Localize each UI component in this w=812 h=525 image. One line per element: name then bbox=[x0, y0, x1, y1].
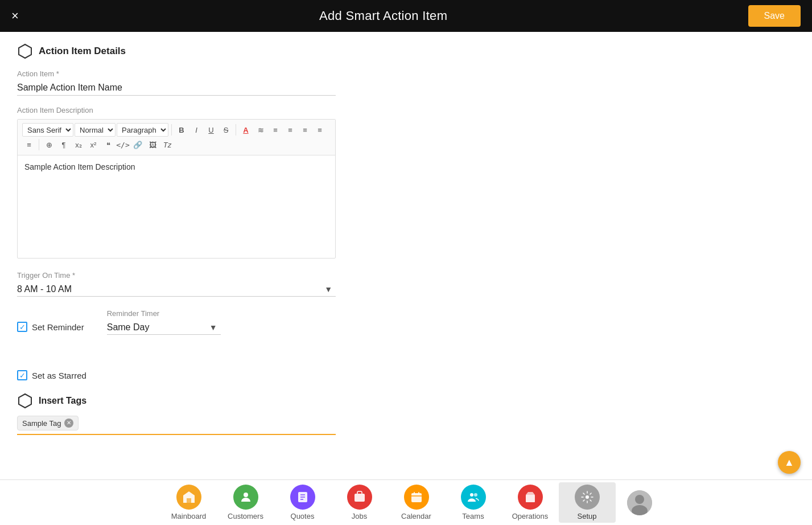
trigger-select-wrapper: 8 AM - 10 AM 10 AM - 12 PM 12 PM - 2 PM … bbox=[17, 282, 336, 297]
blockquote-button[interactable]: ❝ bbox=[101, 138, 115, 151]
section-title: Action Item Details bbox=[39, 46, 126, 57]
align-right-button[interactable]: ≡ bbox=[298, 123, 312, 137]
bottom-nav: Mainboard Customers Quotes Jobs Calendar… bbox=[0, 479, 812, 525]
set-reminder-label[interactable]: ✓ Set Reminder bbox=[17, 322, 84, 332]
svg-marker-0 bbox=[19, 44, 31, 58]
customers-label: Customers bbox=[228, 512, 263, 520]
trigger-label: Trigger On Time * bbox=[17, 271, 795, 280]
font-color-button[interactable]: A bbox=[239, 123, 253, 137]
svg-point-15 bbox=[474, 493, 477, 497]
svg-point-4 bbox=[244, 493, 248, 497]
svg-point-17 bbox=[586, 495, 589, 499]
header: × Add Smart Action Item Save bbox=[0, 0, 812, 32]
customers-icon bbox=[233, 485, 258, 510]
reminder-timer-select[interactable]: Same Day 1 Day Before 2 Days Before bbox=[107, 320, 221, 335]
insert-tags-header: Insert Tags bbox=[17, 393, 795, 409]
nav-item-mainboard[interactable]: Mainboard bbox=[160, 482, 217, 523]
strikethrough-button[interactable]: S bbox=[219, 123, 233, 137]
section-icon bbox=[17, 43, 33, 59]
set-starred-checkbox[interactable]: ✓ bbox=[17, 370, 27, 380]
reminder-timer-label: Reminder Timer bbox=[107, 309, 221, 318]
paragraph-mark-button[interactable]: ¶ bbox=[57, 138, 71, 151]
svg-rect-9 bbox=[355, 494, 365, 502]
align-center-button[interactable]: ≡ bbox=[283, 123, 297, 137]
nav-item-setup[interactable]: Setup bbox=[559, 482, 616, 523]
font-family-select[interactable]: Sans Serif bbox=[22, 123, 73, 137]
calendar-icon bbox=[404, 485, 429, 510]
section-header: Action Item Details bbox=[17, 43, 795, 59]
tag-remove-button[interactable]: ✕ bbox=[64, 419, 73, 428]
align-justify-button[interactable]: ≡ bbox=[313, 123, 327, 137]
nav-item-teams[interactable]: Teams bbox=[445, 482, 502, 523]
jobs-icon bbox=[347, 485, 372, 510]
highlight-button[interactable]: ≋ bbox=[254, 123, 267, 137]
save-button[interactable]: Save bbox=[748, 5, 801, 27]
operations-label: Operations bbox=[512, 512, 549, 520]
action-item-field-section: Action Item * bbox=[17, 69, 795, 96]
quotes-label: Quotes bbox=[291, 512, 315, 520]
italic-button[interactable]: I bbox=[189, 123, 203, 137]
subscript-button[interactable]: x₂ bbox=[72, 138, 85, 151]
scroll-up-button[interactable]: ▲ bbox=[778, 451, 801, 474]
action-item-input[interactable] bbox=[17, 80, 336, 96]
svg-rect-16 bbox=[526, 495, 535, 502]
bold-button[interactable]: B bbox=[175, 123, 188, 137]
insert-tags-label: Insert Tags bbox=[39, 396, 86, 406]
clear-format-button[interactable]: Tz bbox=[160, 138, 174, 151]
align-left-button[interactable]: ≡ bbox=[269, 123, 282, 137]
reminder-timer-wrapper: Same Day 1 Day Before 2 Days Before ▼ bbox=[107, 320, 221, 335]
align-full-button[interactable]: ≡ bbox=[22, 138, 36, 151]
reminder-row: ✓ Set Reminder Reminder Timer Same Day 1… bbox=[17, 309, 795, 347]
description-label: Action Item Description bbox=[17, 106, 795, 114]
set-starred-label[interactable]: ✓ Set as Starred bbox=[17, 370, 86, 380]
underline-button[interactable]: U bbox=[204, 123, 218, 137]
reminder-timer-section: Reminder Timer Same Day 1 Day Before 2 D… bbox=[107, 309, 221, 347]
starred-row: ✓ Set as Starred bbox=[17, 358, 795, 380]
nav-item-quotes[interactable]: Quotes bbox=[274, 482, 331, 523]
svg-rect-3 bbox=[187, 498, 191, 503]
insert-button[interactable]: ⊕ bbox=[42, 138, 56, 151]
toolbar-separator-3 bbox=[39, 139, 39, 150]
trigger-field-section: Trigger On Time * 8 AM - 10 AM 10 AM - 1… bbox=[17, 271, 795, 297]
quotes-icon bbox=[290, 485, 315, 510]
action-item-label: Action Item * bbox=[17, 69, 795, 78]
mainboard-icon bbox=[176, 485, 201, 510]
starred-check-icon: ✓ bbox=[19, 372, 26, 379]
tags-input-area[interactable]: Sample Tag ✕ bbox=[17, 416, 336, 435]
operations-icon bbox=[518, 485, 543, 510]
toolbar-separator-2 bbox=[236, 124, 236, 136]
main-content: Action Item Details Action Item * Action… bbox=[0, 32, 812, 479]
check-icon: ✓ bbox=[19, 323, 26, 331]
superscript-button[interactable]: x² bbox=[86, 138, 100, 151]
toolbar-separator-1 bbox=[171, 124, 172, 136]
nav-item-calendar[interactable]: Calendar bbox=[388, 482, 445, 523]
tag-chip: Sample Tag ✕ bbox=[17, 416, 79, 430]
svg-marker-1 bbox=[19, 394, 31, 408]
setup-icon bbox=[575, 485, 600, 510]
font-size-select[interactable]: Normal bbox=[75, 123, 116, 137]
close-button[interactable]: × bbox=[11, 10, 19, 22]
teams-icon bbox=[461, 485, 486, 510]
nav-item-jobs[interactable]: Jobs bbox=[331, 482, 388, 523]
rte-content-area[interactable]: Sample Action Item Description bbox=[18, 155, 335, 258]
set-reminder-checkbox[interactable]: ✓ bbox=[17, 322, 27, 332]
insert-tags-section: Insert Tags Sample Tag ✕ bbox=[17, 393, 795, 435]
rte-toolbar: Sans Serif Normal Paragraph B I U S A ≋ … bbox=[18, 120, 335, 155]
paragraph-select[interactable]: Paragraph bbox=[117, 123, 168, 137]
tag-value: Sample Tag bbox=[22, 419, 61, 428]
svg-point-19 bbox=[635, 495, 644, 504]
svg-point-14 bbox=[470, 493, 473, 497]
jobs-label: Jobs bbox=[352, 512, 367, 520]
page-title: Add Smart Action Item bbox=[319, 9, 447, 23]
link-button[interactable]: 🔗 bbox=[131, 138, 145, 151]
setup-label: Setup bbox=[578, 512, 597, 520]
nav-item-customers[interactable]: Customers bbox=[217, 482, 274, 523]
code-button[interactable]: </> bbox=[116, 138, 130, 151]
teams-label: Teams bbox=[462, 512, 484, 520]
svg-rect-10 bbox=[411, 493, 422, 502]
mainboard-label: Mainboard bbox=[171, 512, 206, 520]
user-avatar[interactable] bbox=[627, 490, 652, 515]
nav-item-operations[interactable]: Operations bbox=[502, 482, 559, 523]
image-button[interactable]: 🖼 bbox=[146, 138, 159, 151]
trigger-select[interactable]: 8 AM - 10 AM 10 AM - 12 PM 12 PM - 2 PM bbox=[17, 282, 336, 297]
